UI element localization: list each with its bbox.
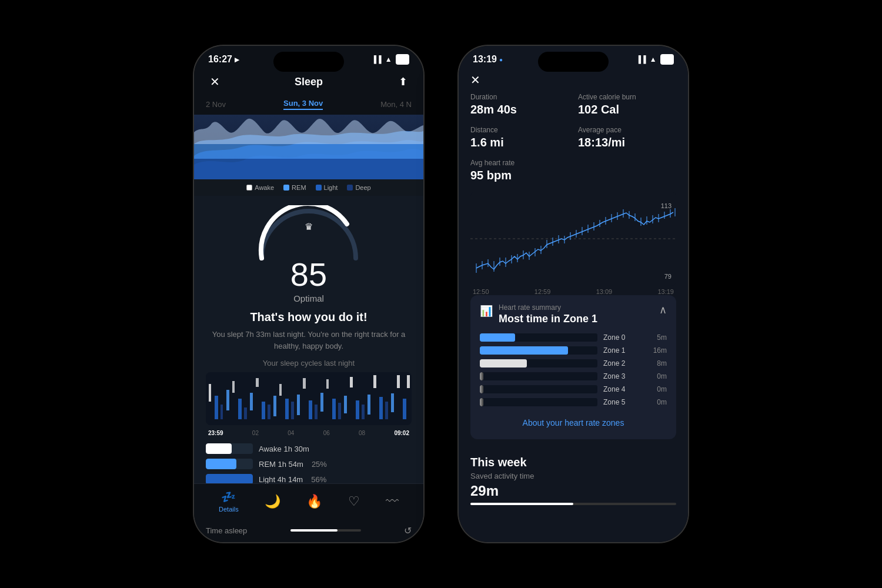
saved-value: 29m: [470, 483, 676, 499]
sleep-legend: Awake REM Light Deep: [194, 179, 423, 196]
hr-time-0: 12:50: [473, 288, 489, 295]
details-label: Details: [219, 506, 239, 513]
zone-3-bar: [480, 372, 483, 380]
chart-times: 23:59 02 04 06 08 09:02: [206, 430, 412, 436]
close-button[interactable]: ✕: [206, 73, 223, 91]
zone-4-bar: [480, 385, 483, 393]
svg-rect-15: [291, 402, 294, 419]
zone-5-row: Zone 5 0m: [480, 398, 667, 406]
distance-label: Distance: [470, 126, 569, 134]
svg-rect-22: [332, 399, 336, 419]
light-pct: 56%: [311, 475, 326, 484]
zone-2-row: Zone 2 8m: [480, 359, 667, 368]
battery-1: 85: [396, 54, 409, 65]
hr-summary-title: Heart rate summary: [499, 303, 597, 312]
svg-rect-12: [273, 396, 276, 416]
svg-rect-5: [232, 381, 235, 393]
signal-icon: ▐▐: [372, 55, 382, 64]
svg-rect-31: [385, 402, 388, 419]
date-nav: 2 Nov Sun, 3 Nov Mon, 4 N: [194, 96, 423, 115]
tab-fire[interactable]: 🔥: [306, 494, 322, 509]
hr-chart-time-labels: 12:50 12:59 13:09 13:19: [470, 288, 676, 295]
scroll-icon: ↺: [404, 525, 412, 536]
prev-date[interactable]: 2 Nov: [206, 100, 226, 109]
awake-label: Awake 1h 30m: [259, 445, 309, 453]
rem-bar-container: [206, 459, 253, 469]
next-date[interactable]: Mon, 4 N: [380, 100, 412, 109]
svg-rect-24: [344, 396, 347, 413]
svg-rect-18: [309, 400, 312, 419]
stat-hr: Avg heart rate 95 bpm: [470, 159, 569, 182]
signal-icon-2: ▐▐: [636, 55, 646, 64]
rem-label: REM 1h 54m: [259, 460, 303, 469]
zone-5-bar: [480, 398, 483, 406]
svg-rect-28: [368, 395, 370, 415]
current-date[interactable]: Sun, 3 Nov: [283, 99, 323, 110]
sleep-wave-chart: [194, 115, 423, 179]
light-bar-container: [206, 474, 253, 483]
svg-rect-13: [279, 384, 282, 396]
chart-time-3: 06: [323, 430, 330, 436]
hr-summary-left: 📊 Heart rate summary Most time in Zone 1: [480, 303, 597, 325]
tab-moon[interactable]: 🌙: [265, 494, 280, 509]
sleep-chart: [206, 372, 412, 425]
light-bar: [206, 474, 253, 483]
dynamic-island: [273, 52, 344, 72]
collapse-icon[interactable]: ∧: [659, 303, 667, 316]
details-icon: 💤: [221, 490, 236, 504]
svg-rect-2: [215, 396, 218, 419]
phones-container: 16:27 ▶ ▐▐ ▲ 85 ✕ Sleep ⬆ 2 Nov Sun, 3 N: [194, 46, 688, 542]
svg-rect-14: [285, 399, 289, 419]
legend-light: Light: [316, 184, 338, 191]
rem-bar: [206, 459, 236, 469]
svg-rect-10: [262, 402, 265, 419]
time-display-2: 13:19: [473, 54, 497, 65]
stage-awake: Awake 1h 30m: [206, 443, 412, 454]
sleep-stages: Awake 1h 30m REM 1h 54m 25%: [206, 443, 412, 483]
svg-rect-4: [226, 390, 229, 410]
zone-0-label: Zone 0: [603, 333, 644, 342]
battery-2: 92: [660, 54, 674, 65]
week-progress-bar: [470, 503, 676, 505]
tab-waves[interactable]: 〰: [386, 494, 399, 509]
svg-rect-35: [407, 375, 410, 388]
zone-2-bar-wrap: [480, 359, 597, 368]
zone-1-bar: [480, 346, 568, 355]
tab-heart[interactable]: ♡: [348, 494, 360, 509]
calories-value: 102 Cal: [578, 103, 676, 116]
activity-screen: 13:19 ● ▐▐ ▲ 92 ✕ Duration: [459, 46, 688, 542]
legend-awake: Awake: [246, 184, 274, 191]
zone-4-label: Zone 4: [603, 385, 644, 393]
svg-rect-23: [338, 403, 341, 419]
score-arc: ♛: [256, 205, 362, 264]
hr-summary-text: Heart rate summary Most time in Zone 1: [499, 303, 597, 325]
zone-3-label: Zone 3: [603, 372, 644, 380]
wifi-icon: ▲: [385, 55, 392, 64]
share-button[interactable]: ⬆: [394, 73, 412, 91]
sleep-header: ✕ Sleep ⬆: [194, 68, 423, 96]
svg-rect-7: [244, 407, 247, 419]
chart-time-4: 08: [359, 430, 365, 436]
svg-rect-32: [391, 393, 394, 412]
pace-label: Average pace: [578, 126, 676, 134]
svg-rect-19: [315, 405, 318, 419]
zone-4-time: 0m: [650, 385, 667, 393]
svg-rect-9: [256, 378, 259, 387]
stat-distance: Distance 1.6 mi: [470, 126, 569, 149]
zone-3-row: Zone 3 0m: [480, 372, 667, 380]
hr-time-1: 12:59: [534, 288, 551, 295]
hr-label: Avg heart rate: [470, 159, 569, 167]
legend-rem: REM: [283, 184, 306, 191]
wifi-icon-2: ▲: [650, 55, 657, 64]
tab-details[interactable]: 💤 Details: [219, 490, 239, 513]
awake-bar: [206, 443, 232, 454]
hr-summary-header: 📊 Heart rate summary Most time in Zone 1…: [480, 303, 667, 325]
about-hr-zones-link[interactable]: About your heart rate zones: [480, 415, 667, 431]
activity-content[interactable]: Duration 28m 40s Active calorie burn 102…: [459, 93, 688, 542]
this-week-section: This week Saved activity time 29m: [470, 449, 676, 512]
hr-value: 95 bpm: [470, 169, 569, 182]
score-description: You slept 7h 33m last night. You're on t…: [206, 329, 412, 352]
hr-time-3: 13:19: [657, 288, 674, 295]
time-display-1: 16:27: [208, 54, 232, 65]
activity-close-button[interactable]: ✕: [470, 73, 480, 87]
